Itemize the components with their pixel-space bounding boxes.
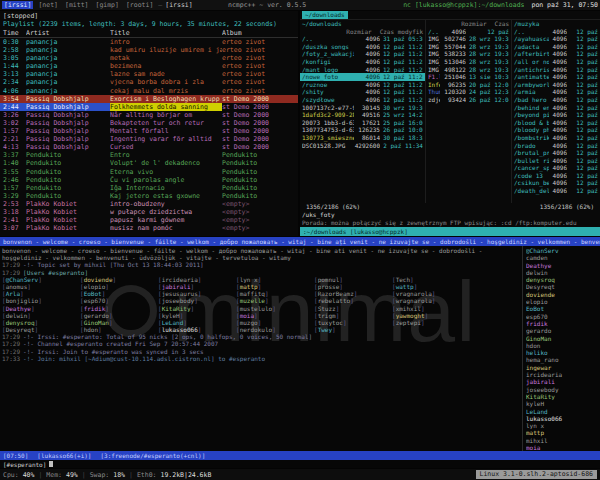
playlist-row[interactable]: 3:29PendukitoKaj jetero estas gxownePend…	[0, 192, 298, 200]
playlist-row[interactable]: 1:44panancjabezimenaerteo zivot	[0, 62, 298, 70]
workspace-tag[interactable]: [gimp]	[93, 1, 120, 9]
nick-item[interactable]: Desyreqt	[526, 283, 597, 290]
file-row[interactable]: /foty_z_wakacji409612 paź 11:22	[300, 50, 425, 58]
file-row[interactable]: /cancer_spreading409612 paź	[512, 164, 600, 172]
nick-item[interactable]: joseebody	[526, 386, 597, 393]
nick-item[interactable]: GinoMan	[526, 335, 597, 342]
nick-item[interactable]: doviende	[526, 291, 597, 298]
file-row[interactable]: /brado409612 paź	[512, 142, 600, 150]
file-row[interactable]: IMG_0158.JPG49812228 wrz 19:31	[426, 66, 511, 74]
file-row[interactable]: /armia409612 paź	[512, 88, 600, 96]
workspace-tag[interactable]: [mitt]	[63, 1, 90, 9]
file-row[interactable]: /szydłowe409612 paź 11:22	[300, 96, 425, 104]
file-row[interactable]: IMG_0156.JPG51304628 wrz 19:31	[426, 58, 511, 66]
playlist-row[interactable]: 3:55PendukitoEterna vivoPendukito	[0, 168, 298, 176]
playlist-row[interactable]: 2:41PlakKo Kobietpapusz karmi gównem<emp…	[0, 216, 298, 224]
nick-item[interactable]: fridik	[526, 320, 597, 327]
fm-tab-downloads[interactable]: ~/downloads	[302, 11, 348, 19]
file-row[interactable]: /..409631 paź 05:30	[300, 35, 425, 43]
playlist-row[interactable]: 2:53PlakKo Kobietintro-obudzeny<empty>	[0, 200, 298, 208]
playlist-row[interactable]: 1:57Passiq DobshjalpMentalt förfallst De…	[0, 127, 298, 135]
nick-item[interactable]: jabirali	[526, 378, 597, 385]
file-row[interactable]: /csikun_beno409612 paź	[512, 179, 600, 187]
nick-item[interactable]: mattp	[526, 429, 597, 436]
file-row[interactable]: /bloody phoenix409612 paź	[512, 126, 600, 134]
file-row[interactable]: /..409612 paź	[512, 28, 600, 36]
playlist-row[interactable]: 2:34panancjavjecna borba dobra i zlaerte…	[0, 78, 298, 86]
file-row[interactable]: Thumbs.db12032024 paź 12:34	[426, 88, 511, 96]
file-row[interactable]: /bullet ridden409612 paź	[512, 157, 600, 165]
file-row[interactable]: 20073_1bb3-d-63.alli.jpg1762125 paź 16:0…	[300, 119, 425, 127]
nick-item[interactable]: Deathye	[526, 262, 597, 269]
file-row[interactable]: IMG_0152.JPG55704428 wrz 19:30	[426, 43, 511, 51]
file-row[interactable]: /ruznoe409612 paź 11:22	[300, 81, 425, 89]
playlist-row[interactable]: 3:26Passiq DobshjalpNår allting börjar o…	[0, 111, 298, 119]
file-row[interactable]: DSC01528.JPG42926002 paź 11:34	[300, 142, 425, 150]
nick-item[interactable]: gerardo	[526, 327, 597, 334]
file-row[interactable]: zdjecie.jpg9342426 paź 12:04	[426, 96, 511, 104]
file-row[interactable]: /konfigi409612 paź 11:22	[300, 58, 425, 66]
file-row[interactable]: /beyond pink409612 paź	[512, 111, 600, 119]
file-row[interactable]: /blood & bleed409612 paź	[512, 119, 600, 127]
nick-item[interactable]: heliko	[526, 349, 597, 356]
nick-item[interactable]: hdon	[526, 342, 597, 349]
nick-item[interactable]: lukasso066	[526, 415, 597, 422]
nick-item[interactable]: camden	[526, 254, 597, 261]
playlist-row[interactable]: 3:18PlakKo Kobietw pułapce dziedzictwa<e…	[0, 208, 298, 216]
file-row[interactable]: /brutal_project409612 paź	[512, 149, 600, 157]
nick-item[interactable]: moia	[526, 444, 597, 451]
playlist-row[interactable]: 2:46PendukitoĈu vi parolas anglePendukit…	[0, 176, 298, 184]
file-row[interactable]: /ayahuasca409612 paź	[512, 35, 600, 43]
playlist-row[interactable]: 3:13panancjalazne sam nadeerteo zivot	[0, 70, 298, 78]
file-row[interactable]: /duszka_songs409612 paź 11:22	[300, 43, 425, 51]
file-row[interactable]: /mant_logo409612 paź 11:22	[300, 66, 425, 74]
file-row[interactable]: IMG_0150.JPG50274628 wrz 19:30	[426, 35, 511, 43]
nick-item[interactable]: esp670	[526, 313, 597, 320]
nick-item[interactable]: EoBot	[526, 305, 597, 312]
file-row[interactable]: /nowe_foto409612 paź 11:22	[300, 73, 425, 81]
playlist-row[interactable]: 3:54Passiq DobshjalpExorcism i Besloghag…	[0, 95, 298, 103]
file-row[interactable]: /death_delers409612 paź	[512, 187, 600, 195]
playlist-row[interactable]: 0:30panancjaintroerteo zivot	[0, 38, 298, 46]
playlist-row[interactable]: 3:37PendukitoEntroPendukito	[0, 151, 298, 159]
playlist-row[interactable]: 2:58panancjakad umiru iluzije umirem i j…	[0, 46, 298, 54]
file-row[interactable]: /adacta409612 paź	[512, 43, 600, 51]
nick-item[interactable]: ircidearia	[526, 371, 597, 378]
file-row[interactable]: /armbyworld409612 paź	[512, 81, 600, 89]
file-row[interactable]: /antimatter409612 paź	[512, 73, 600, 81]
nick-item[interactable]: elopio	[526, 298, 597, 305]
playlist-row[interactable]: 3:05panancjametakerteo zivot	[0, 54, 298, 62]
playlist-row[interactable]: 3:02Passiq DobshjalpBekapteten tur och r…	[0, 119, 298, 127]
nick-item[interactable]: kyleH	[526, 400, 597, 407]
workspace-tag[interactable]: [rooti]	[124, 1, 155, 9]
nick-item[interactable]: ingewar	[526, 364, 597, 371]
file-row[interactable]: 1dafd3c2-909-28c6-a9.jpg4951625 wrz 14:2…	[300, 111, 425, 119]
workspace-tag[interactable]: [irssi]	[2, 1, 33, 9]
file-row[interactable]: /..409612 paź	[426, 28, 511, 36]
file-row[interactable]: /bombstrike409612 paź	[512, 134, 600, 142]
file-row[interactable]: IMG_0154.JPG53823328 wrz 19:30	[426, 50, 511, 58]
file-row[interactable]: /shity409612 paź 11:22	[300, 88, 425, 96]
file-row[interactable]: /code 13409612 paź	[512, 172, 600, 180]
file-row[interactable]: /bad hero409612 paź	[512, 96, 600, 104]
nick-item[interactable]: hema_rano	[526, 356, 597, 363]
file-row[interactable]: 1307734753-d-63.alli.jpg12623526 paź 10:…	[300, 126, 425, 134]
nick-item[interactable]: KitaRity	[526, 393, 597, 400]
file-row[interactable]: F1.large.jpg25104613 sie 10:30	[426, 73, 511, 81]
playlist-row[interactable]: 3:07PlakKo Kobietmusisz nam pomóc<empty>	[0, 224, 298, 232]
file-row[interactable]: /antichrist409612 paź	[512, 66, 600, 74]
nick-item[interactable]: lyn_x	[526, 422, 597, 429]
playlist-row[interactable]: 2:44Passiq DobshjalpFolkhemmets dolda sa…	[0, 103, 298, 111]
playlist-row[interactable]: 1:57PendukitoIĝa InternacioPendukito	[0, 184, 298, 192]
nick-item[interactable]: denysroq	[526, 276, 597, 283]
nick-item[interactable]: LeLand	[526, 408, 597, 415]
file-row[interactable]: /afterbirth409612 paź	[512, 50, 600, 58]
nick-item[interactable]: mihxil	[526, 437, 597, 444]
nick-item[interactable]: delwin	[526, 269, 597, 276]
file-row[interactable]: Infect-1251662675.jpg9623520 paź 12:04	[426, 81, 511, 89]
playlist-row[interactable]: 2:21Passiq DobshjalpIngenting varar för …	[0, 135, 298, 143]
fm-command-bar[interactable]: :~/downloads [lukasso@hcppzk]	[300, 227, 600, 236]
playlist-row[interactable]: 4:13Passiq DobshjalpCursedst Demo 2000	[0, 143, 298, 151]
file-row[interactable]: 130773_smieszne2.jpg8601430 paź 18:33	[300, 134, 425, 142]
file-row[interactable]: /behind enemy lines409612 paź	[512, 104, 600, 112]
